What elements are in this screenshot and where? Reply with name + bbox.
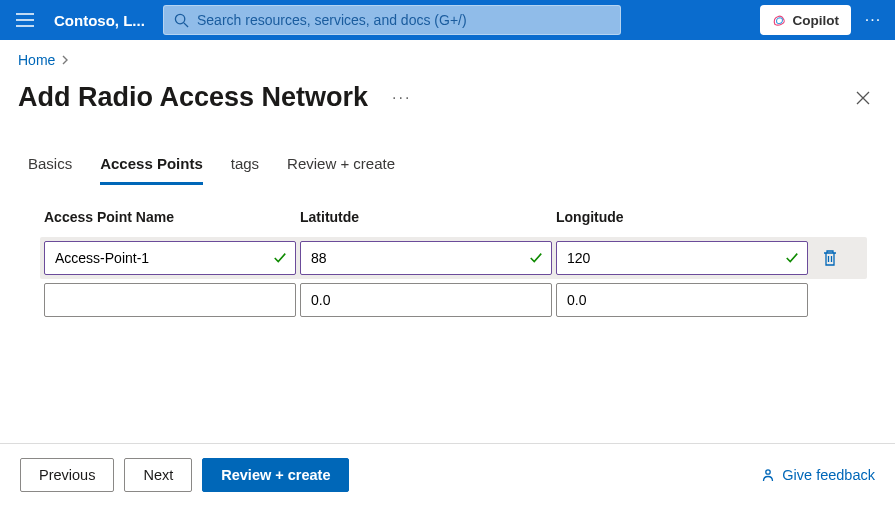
longitude-input[interactable] [556,283,808,317]
breadcrumb-home[interactable]: Home [18,52,55,68]
copilot-button[interactable]: Copilot [760,5,852,35]
hamburger-icon [16,13,34,27]
latitude-field[interactable] [311,250,529,266]
tabs: Basics Access Points tags Review + creat… [0,113,895,185]
table-row [40,237,867,279]
close-button[interactable] [849,84,877,112]
check-icon [785,251,799,265]
copilot-icon [772,13,787,28]
ap-name-field[interactable] [55,250,273,266]
access-points-table: Access Point Name Latitutde Longitude [0,185,895,321]
page-actions-overflow[interactable]: ··· [384,89,411,107]
tab-tags[interactable]: tags [231,155,259,185]
longitude-input[interactable] [556,241,808,275]
latitude-input[interactable] [300,241,552,275]
latitude-input[interactable] [300,283,552,317]
ap-name-field[interactable] [55,292,287,308]
chevron-right-icon [61,55,69,65]
check-icon [529,251,543,265]
delete-row-button[interactable] [816,249,844,267]
feedback-link[interactable]: Give feedback [760,467,875,483]
breadcrumb: Home [0,42,895,68]
tab-access-points[interactable]: Access Points [100,155,203,185]
title-row: Add Radio Access Network ··· [0,68,895,113]
table-header: Access Point Name Latitutde Longitude [40,209,867,237]
page-title: Add Radio Access Network [18,82,368,113]
svg-point-0 [175,14,184,23]
overflow-button[interactable]: ··· [859,11,887,29]
check-icon [273,251,287,265]
tab-basics[interactable]: Basics [28,155,72,185]
global-search[interactable] [163,5,621,35]
latitude-field[interactable] [311,292,543,308]
trash-icon [822,249,838,267]
copilot-label: Copilot [793,13,840,28]
table-row [40,279,867,321]
col-header-lng: Longitude [556,209,808,225]
col-header-name: Access Point Name [44,209,296,225]
review-create-button[interactable]: Review + create [202,458,349,492]
previous-button[interactable]: Previous [20,458,114,492]
next-button[interactable]: Next [124,458,192,492]
col-header-lat: Latitutde [300,209,552,225]
longitude-field[interactable] [567,292,799,308]
footer-bar: Previous Next Review + create Give feedb… [0,443,895,505]
search-input[interactable] [197,12,610,28]
svg-point-1 [766,469,770,473]
page-content: Home Add Radio Access Network ··· Basics… [0,40,895,443]
feedback-label: Give feedback [782,467,875,483]
feedback-icon [760,467,776,483]
tab-review-create[interactable]: Review + create [287,155,395,185]
tenant-name[interactable]: Contoso, L... [50,12,155,29]
top-bar: Contoso, L... Copilot ··· [0,0,895,40]
menu-toggle[interactable] [8,0,42,40]
close-icon [855,90,871,106]
ap-name-input[interactable] [44,241,296,275]
search-icon [174,13,189,28]
longitude-field[interactable] [567,250,785,266]
ap-name-input[interactable] [44,283,296,317]
dots-icon: ··· [865,11,881,28]
